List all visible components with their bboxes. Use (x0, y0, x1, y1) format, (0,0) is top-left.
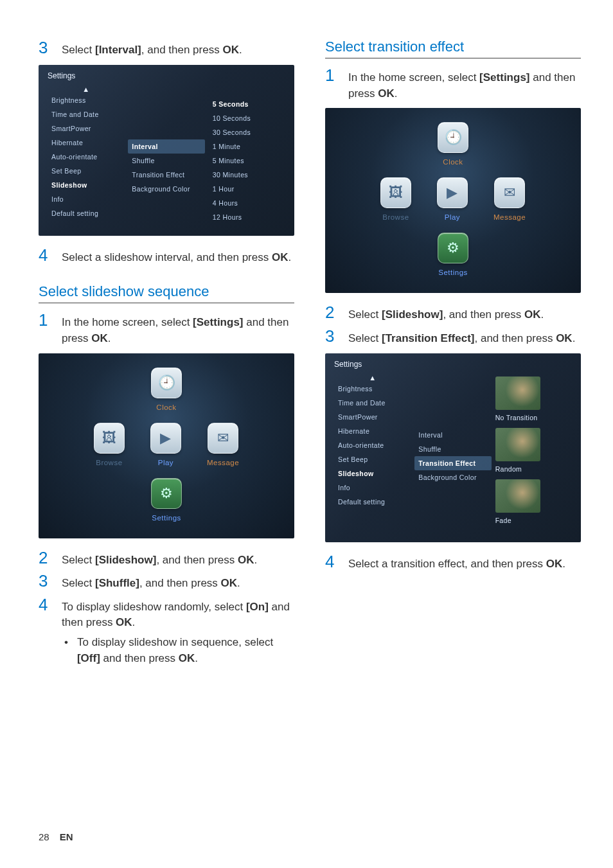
menu-item: 1 Minute (209, 139, 285, 154)
seq-step-1: 1 In the home screen, select [Settings] … (39, 311, 294, 346)
step-number: 3 (325, 327, 337, 346)
screenshot-home-left: 🕘 Clock 🖼Browse ▶Play ✉Message ⚙Settings (39, 353, 294, 538)
menu-item: 12 Hours (209, 210, 285, 224)
menu-item: Interval (414, 428, 491, 442)
menu-item: 5 Minutes (209, 154, 285, 168)
menu-item: 30 Minutes (209, 168, 285, 182)
step-number: 3 (39, 39, 50, 57)
menu-item: Shuffle (128, 154, 204, 168)
transition-thumb (495, 428, 540, 461)
trans-step-1: 1 In the home screen, select [Settings] … (325, 66, 581, 102)
step-number: 4 (39, 596, 50, 614)
step-number: 2 (39, 549, 50, 567)
step-text: Select a transition effect, and then pre… (348, 556, 565, 572)
home-browse: 🖼Browse (380, 177, 411, 221)
screenshot-settings-transition: Settings ▲BrightnessTime and DateSmartPo… (325, 353, 581, 542)
home-clock: 🕘 Clock (151, 368, 182, 411)
step-text: Select [Interval], and then press OK. (62, 42, 242, 58)
step-number: 2 (325, 303, 337, 322)
seq-step-3: 3 Select [Shuffle], and then press OK. (39, 572, 294, 592)
menu-item: Slideshow (48, 178, 124, 192)
menu-item: 5 Seconds (209, 97, 285, 111)
step-text: Select [Slideshow], and then press OK. (348, 307, 544, 323)
home-play: ▶Play (150, 423, 181, 466)
message-icon: ✉ (494, 177, 525, 208)
seq-step-2: 2 Select [Slideshow], and then press OK. (39, 549, 294, 569)
home-message: ✉Message (207, 423, 239, 466)
menu-item: Interval (128, 139, 204, 154)
menu-item: Shuffle (414, 442, 491, 456)
menu-item: Slideshow (334, 466, 411, 481)
step-text: Select [Shuffle], and then press OK. (62, 576, 240, 592)
clock-icon: 🕘 (151, 368, 182, 398)
menu-item: Hibernate (334, 424, 411, 438)
seq-step-4-bullet: • To display slideshow in sequence, sele… (64, 635, 294, 666)
browse-icon: 🖼 (380, 177, 411, 208)
step-3: 3 Select [Interval], and then press OK. (39, 39, 294, 58)
play-icon: ▶ (437, 177, 468, 208)
step-text: In the home screen, select [Settings] an… (348, 70, 581, 102)
transition-thumb (495, 376, 540, 410)
menu-item: Auto-orientate (48, 150, 124, 164)
clock-icon: 🕘 (438, 122, 468, 153)
heading-transition-effect: Select transition effect (325, 39, 581, 58)
menu-item: Hibernate (48, 136, 124, 150)
step-text: To display slideshow randomly, select [O… (62, 599, 294, 631)
menu-item: Transition Effect (128, 168, 204, 182)
step-text: Select [Slideshow], and then press OK. (62, 553, 257, 569)
trans-step-4: 4 Select a transition effect, and then p… (325, 553, 581, 572)
settings-title: Settings (48, 71, 285, 80)
play-icon: ▶ (150, 423, 181, 454)
menu-item: Background Color (128, 182, 204, 196)
page-lang: EN (60, 831, 73, 842)
transition-label: Random (495, 465, 572, 473)
screenshot-home-right: 🕘Clock 🖼Browse ▶Play ✉Message ⚙Settings (325, 108, 581, 293)
menu-item: 10 Seconds (209, 111, 285, 125)
menu-item: Time and Date (48, 107, 124, 121)
menu-item: Time and Date (334, 396, 411, 410)
settings-icon: ⚙ (151, 478, 182, 509)
menu-item: SmartPower (334, 410, 411, 424)
menu-item: Auto-orientate (334, 438, 411, 452)
home-message: ✉Message (493, 177, 526, 221)
heading-slideshow-sequence: Select slideshow sequence (39, 283, 294, 303)
menu-item: Default setting (334, 495, 411, 509)
menu-item: Info (334, 481, 411, 495)
menu-item: Brightness (334, 382, 411, 396)
settings-icon: ⚙ (438, 233, 468, 263)
home-clock: 🕘Clock (438, 122, 468, 166)
message-icon: ✉ (208, 423, 238, 454)
step-text: Select [Transition Effect], and then pre… (348, 331, 575, 347)
home-settings: ⚙Settings (438, 233, 468, 276)
page-number: 28 (39, 831, 49, 842)
step-text: In the home screen, select [Settings] an… (62, 315, 294, 346)
trans-step-3: 3 Select [Transition Effect], and then p… (325, 327, 581, 347)
menu-item: 30 Seconds (209, 125, 285, 139)
step-number: 4 (325, 553, 337, 571)
home-settings: ⚙Settings (151, 478, 182, 522)
menu-item: Brightness (48, 93, 124, 107)
transition-label: No Transition (495, 414, 572, 421)
menu-item: SmartPower (48, 121, 124, 136)
step-text: Select a slideshow interval, and then pr… (62, 250, 291, 266)
menu-item: Background Color (414, 470, 491, 484)
screenshot-settings-interval: Settings ▲BrightnessTime and DateSmartPo… (39, 65, 294, 236)
browse-icon: 🖼 (94, 423, 125, 454)
menu-item: Set Beep (48, 164, 124, 178)
transition-thumb (495, 479, 540, 513)
home-browse: 🖼Browse (94, 423, 125, 466)
trans-step-2: 2 Select [Slideshow], and then press OK. (325, 303, 581, 323)
menu-item: Default setting (48, 206, 124, 220)
step-number: 1 (325, 66, 337, 85)
seq-step-4: 4 To display slideshow randomly, select … (39, 596, 294, 631)
step-number: 4 (39, 246, 50, 265)
menu-item: 4 Hours (209, 196, 285, 210)
menu-item: Set Beep (334, 452, 411, 466)
step-number: 1 (39, 311, 50, 330)
menu-item: Transition Effect (414, 456, 491, 470)
settings-title: Settings (334, 360, 572, 369)
menu-item: 1 Hour (209, 182, 285, 196)
menu-item: Info (48, 192, 124, 206)
step-number: 3 (39, 572, 50, 590)
home-play: ▶Play (437, 177, 468, 221)
